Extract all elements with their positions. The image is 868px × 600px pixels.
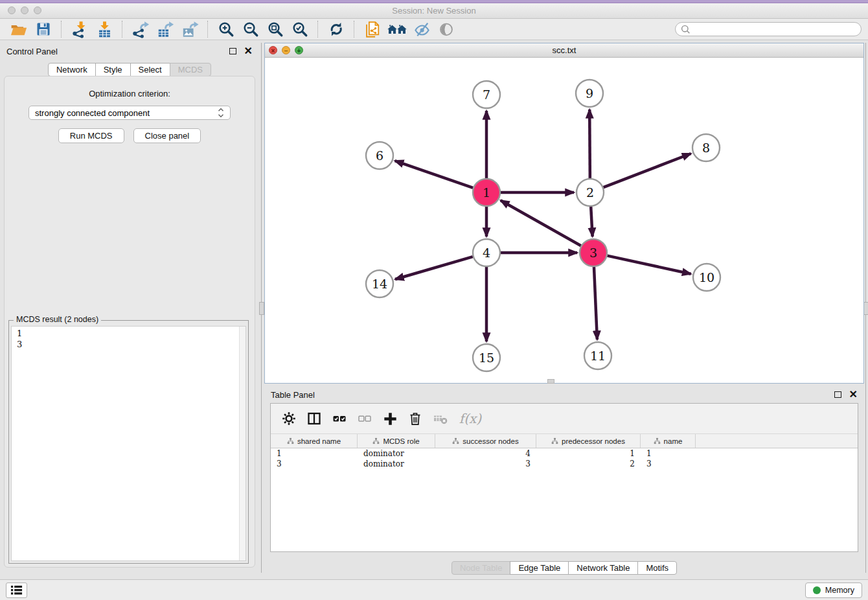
toolbar-separator [61, 21, 62, 38]
graph-node-label-4: 4 [483, 246, 490, 260]
divider-grip[interactable] [259, 302, 264, 315]
zoom-in-button[interactable] [216, 19, 236, 39]
table-settings-button[interactable] [279, 409, 299, 428]
zoom-out-button[interactable] [241, 19, 260, 39]
graph-node-label-6: 6 [376, 148, 383, 163]
refresh-view-button[interactable] [326, 19, 346, 39]
tab-style[interactable]: Style [95, 63, 131, 76]
tab-mcds[interactable]: MCDS [170, 63, 211, 76]
close-panel-button[interactable]: Close panel [133, 128, 201, 143]
close-panel-icon[interactable]: ✕ [849, 391, 858, 398]
mcds-tab-content: Optimization criterion: strongly connect… [4, 76, 255, 568]
network-file-icon [367, 22, 378, 37]
float-panel-icon[interactable] [834, 391, 841, 398]
column-header-mcds-role[interactable]: MCDS role [358, 434, 435, 448]
mcds-result-box: MCDS result (2 nodes) 1 3 [8, 320, 249, 564]
table-panel-title: Table Panel [271, 390, 315, 400]
column-header-name[interactable]: name [641, 434, 696, 448]
column-header-shared-name[interactable]: shared name [271, 434, 358, 448]
table-row[interactable]: 3dominator323 [271, 459, 858, 469]
delete-table-button[interactable] [431, 409, 450, 428]
split-table-view-button[interactable] [304, 409, 324, 428]
close-panel-icon[interactable]: ✕ [244, 47, 253, 55]
export-table-button[interactable] [155, 19, 175, 39]
memory-button[interactable]: Memory [805, 583, 862, 598]
cell-shared-name: 3 [271, 459, 358, 469]
search-input[interactable] [694, 24, 856, 34]
graph-edge-1-6[interactable] [395, 161, 474, 188]
tab-edge-table[interactable]: Edge Table [510, 561, 569, 575]
toolbar-separator [122, 21, 123, 38]
import-network-button[interactable] [70, 19, 89, 39]
run-mcds-button[interactable]: Run MCDS [58, 128, 124, 143]
import-table-button[interactable] [95, 19, 114, 39]
column-header-successor-nodes[interactable]: successor nodes [435, 434, 536, 448]
graph-edge-3-11[interactable] [594, 267, 597, 340]
network-graph-canvas[interactable]: 7968124314101511 [265, 57, 863, 383]
cell-successor-nodes: 4 [435, 448, 536, 459]
result-scrollbar[interactable] [239, 327, 246, 560]
toolbar-separator [354, 21, 355, 38]
dropdown-chevrons-icon [218, 108, 224, 118]
cell-shared-name: 1 [271, 448, 358, 459]
search-box[interactable] [675, 22, 862, 36]
control-panel: Control Panel ✕ NetworkStyleSelectMCDS O… [0, 43, 259, 573]
tab-network-table[interactable]: Network Table [568, 561, 638, 575]
table-row[interactable]: 1dominator411 [271, 448, 858, 459]
hide-details-button[interactable] [412, 19, 431, 39]
delete-column-button[interactable] [405, 409, 425, 428]
delete-table-icon [434, 416, 447, 424]
home-button[interactable] [387, 19, 407, 39]
graph-node-label-3: 3 [589, 246, 597, 260]
deselect-all-columns-button[interactable] [355, 409, 374, 428]
right-split-divider[interactable] [863, 43, 868, 573]
open-session-button[interactable] [9, 19, 29, 39]
export-image-button[interactable] [180, 19, 200, 39]
tab-node-table[interactable]: Node Table [451, 561, 511, 575]
graph-edge-2-3[interactable] [591, 207, 592, 237]
show-details-button[interactable] [437, 19, 456, 39]
node-table-container: f(x) shared nameMCDS rolesuccessor nodes… [270, 403, 858, 552]
window-title: Session: New Session [0, 6, 868, 16]
horizontal-split-grip[interactable] [547, 379, 554, 384]
save-session-button[interactable] [34, 19, 53, 39]
graph-edge-2-9[interactable] [589, 110, 590, 178]
graph-edge-4-14[interactable] [395, 257, 473, 279]
graph-node-label-7: 7 [483, 87, 490, 102]
zoom-selected-button[interactable] [290, 19, 310, 39]
export-network-button[interactable] [131, 19, 150, 39]
graph-node-label-11: 11 [590, 349, 606, 363]
network-window-titlebar[interactable]: scc.txt [265, 43, 863, 58]
zoom-out-icon [245, 23, 257, 36]
eye-slash-icon [415, 23, 428, 36]
graph-node-label-10: 10 [699, 270, 714, 284]
tab-select[interactable]: Select [130, 63, 170, 76]
graph-edge-2-8[interactable] [604, 154, 691, 187]
memory-button-label: Memory [825, 586, 854, 595]
task-history-button[interactable] [6, 583, 27, 598]
cell-predecessor-nodes: 2 [536, 459, 641, 469]
graph-node-label-1: 1 [483, 185, 490, 200]
float-panel-icon[interactable] [229, 48, 236, 54]
tab-motifs[interactable]: Motifs [637, 561, 677, 575]
select-all-columns-button[interactable] [330, 409, 349, 428]
column-header-predecessor-nodes[interactable]: predecessor nodes [536, 434, 641, 448]
zoom-selected-icon [294, 23, 306, 36]
zoom-fit-button[interactable] [266, 19, 285, 39]
graph-edge-3-10[interactable] [607, 256, 691, 274]
add-column-button[interactable] [380, 409, 400, 428]
sort-hierarchy-icon [551, 437, 558, 444]
graph-edge-3-1[interactable] [501, 200, 581, 246]
divider-grip[interactable] [863, 302, 868, 315]
criterion-dropdown[interactable]: strongly connected component [29, 106, 231, 120]
apply-function-button[interactable]: f(x) [456, 409, 485, 428]
network-file-button[interactable] [363, 19, 382, 39]
left-split-divider[interactable] [259, 43, 264, 573]
table-header-row: shared nameMCDS rolesuccessor nodesprede… [271, 434, 858, 448]
cell-successor-nodes: 3 [435, 459, 536, 469]
cell-name: 3 [641, 459, 696, 469]
mcds-result-area[interactable]: 1 3 [11, 326, 246, 561]
zoom-in-icon [220, 23, 233, 36]
split-pane-icon [309, 413, 320, 424]
tab-network[interactable]: Network [48, 63, 96, 76]
